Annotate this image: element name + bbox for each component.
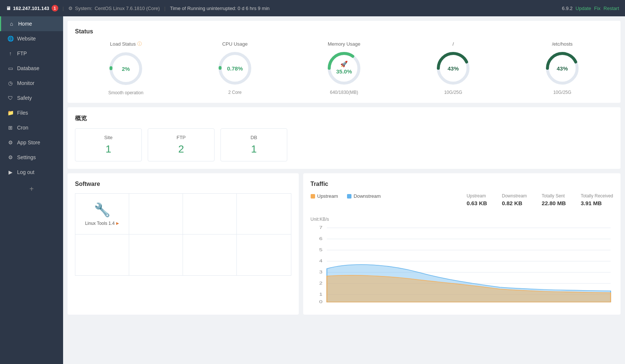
svg-text:7: 7 <box>319 225 323 230</box>
sidebar-item-label: Log out <box>17 169 35 175</box>
fix-button[interactable]: Fix <box>594 6 601 11</box>
overview-site-value: 1 <box>105 143 111 155</box>
info-icon[interactable]: ⓘ <box>137 41 142 47</box>
sidebar-item-label: App Store <box>17 140 40 145</box>
sidebar-item-website[interactable]: 🌐 Website <box>0 31 63 46</box>
gauge-cpu: CPU Usage 0.78% 2 Core <box>184 41 286 95</box>
logout-icon: ▶ <box>7 169 13 175</box>
downstream-stat: Downstream 0.82 KB <box>502 193 527 206</box>
gauge-disk-etc-circle: 43% <box>544 50 581 87</box>
cron-icon: ⊞ <box>7 125 13 131</box>
sidebar-item-database[interactable]: ▭ Database <box>0 61 63 76</box>
downstream-stat-value: 0.82 KB <box>502 200 527 206</box>
gear-icon: ⚙ <box>68 6 73 11</box>
sidebar-item-settings[interactable]: ⚙ Settings <box>0 150 63 165</box>
sidebar-item-cron[interactable]: ⊞ Cron <box>0 120 63 135</box>
software-item-linux-tools[interactable]: 🔧 Linux Tools 1.4 ▶ <box>75 194 129 235</box>
gauge-disk-root-sublabel: 10G/25G <box>444 90 462 95</box>
unit-label: Unit:KB/s <box>311 217 613 222</box>
appstore-icon: ⚙ <box>7 140 13 145</box>
svg-text:4: 4 <box>319 259 323 263</box>
overview-site-label: Site <box>104 135 112 140</box>
downstream-legend: Downstream <box>347 193 381 199</box>
gauge-disk-etc: /etc/hosts 43% 10G/25G <box>511 41 613 95</box>
traffic-title: Traffic <box>311 181 613 187</box>
gauge-load: Load Status ⓘ 2% Smooth operation <box>75 41 177 95</box>
svg-text:3: 3 <box>319 270 323 274</box>
gauge-load-circle: 2% <box>107 50 144 87</box>
gauge-load-label: Load Status ⓘ <box>110 41 141 47</box>
gauge-memory-label: Memory Usage <box>328 41 360 47</box>
totally-received-label: Totally Received <box>581 193 613 199</box>
add-button[interactable]: + <box>0 180 63 199</box>
gauge-disk-root: / 43% 10G/25G <box>402 41 504 95</box>
downstream-label: Downstream <box>354 193 381 199</box>
status-section: Status Load Status ⓘ 2% Smoo <box>68 21 621 103</box>
server-icon: 🖥 <box>6 6 11 11</box>
system-info: ⚙ System: CentOS Linux 7.6.1810 (Core) <box>68 6 160 11</box>
software-grid: 🔧 Linux Tools 1.4 ▶ <box>75 193 291 276</box>
software-item-empty-2 <box>183 194 237 235</box>
gauge-cpu-value: 0.78% <box>227 65 243 72</box>
sidebar-item-label: Safety <box>17 95 32 101</box>
gauge-memory-circle: 🚀 35.0% <box>325 50 363 87</box>
sidebar-item-label: Website <box>17 36 36 42</box>
svg-text:6: 6 <box>319 236 323 241</box>
database-icon: ▭ <box>7 65 13 71</box>
sidebar-item-label: Settings <box>17 154 36 160</box>
linux-tools-icon: 🔧 <box>94 202 111 218</box>
traffic-section: Traffic Upstream Downstream <box>303 173 621 315</box>
ftp-icon: ↑ <box>7 50 13 56</box>
overview-card-ftp[interactable]: FTP 2 <box>148 128 215 161</box>
overview-db-label: DB <box>251 135 257 140</box>
software-item-empty-7 <box>237 235 291 275</box>
downstream-dot <box>347 194 351 199</box>
update-button[interactable]: Update <box>576 6 591 11</box>
home-icon: ⌂ <box>9 21 14 27</box>
sidebar-item-files[interactable]: 📁 Files <box>0 105 63 120</box>
topbar-right: 6.9.2 Update Fix Restart <box>562 6 619 11</box>
gauges-row: Load Status ⓘ 2% Smooth operation CPU U <box>75 41 613 95</box>
upstream-label: Upstream <box>317 193 338 199</box>
upstream-legend: Upstream <box>311 193 338 199</box>
sidebar-item-safety[interactable]: 🛡 Safety <box>0 91 63 105</box>
notification-badge[interactable]: 1 <box>52 5 58 12</box>
overview-card-db[interactable]: DB 1 <box>220 128 287 161</box>
sidebar-item-ftp[interactable]: ↑ FTP <box>0 46 63 61</box>
overview-card-site[interactable]: Site 1 <box>75 128 142 161</box>
version-label: 6.9.2 <box>562 6 573 11</box>
restart-button[interactable]: Restart <box>603 6 619 11</box>
website-icon: 🌐 <box>7 36 13 42</box>
sidebar-item-appstore[interactable]: ⚙ App Store <box>0 135 63 150</box>
topbar-left: 🖥 162.247.101.143 1 | ⚙ System: CentOS L… <box>6 5 269 12</box>
gauge-memory-sublabel: 640/1830(MB) <box>330 90 358 95</box>
status-title: Status <box>75 28 613 35</box>
gauge-cpu-label: CPU Usage <box>222 41 248 47</box>
overview-ftp-label: FTP <box>177 135 186 140</box>
software-item-empty-4 <box>75 235 129 275</box>
overview-title: 概览 <box>75 115 613 122</box>
gauge-memory: Memory Usage 🚀 35.0% 640/1830(MB) <box>293 41 395 95</box>
gauge-disk-root-circle: 43% <box>435 50 472 87</box>
software-title: Software <box>75 181 291 187</box>
overview-ftp-value: 2 <box>178 143 184 155</box>
settings-icon: ⚙ <box>7 154 13 160</box>
svg-text:2: 2 <box>319 281 323 285</box>
totally-sent-value: 22.80 MB <box>542 200 566 206</box>
upstream-stat-label: Upstream <box>467 193 487 199</box>
sidebar-item-monitor[interactable]: ◷ Monitor <box>0 76 63 91</box>
topbar: 🖥 162.247.101.143 1 | ⚙ System: CentOS L… <box>0 0 625 16</box>
sidebar: ⌂ Home 🌐 Website ↑ FTP ▭ Database ◷ Moni… <box>0 16 63 364</box>
gauge-disk-root-value: 43% <box>448 65 459 72</box>
svg-text:0: 0 <box>319 299 323 304</box>
overview-section: 概览 Site 1 FTP 2 DB 1 <box>68 107 621 169</box>
sidebar-item-home[interactable]: ⌂ Home <box>0 16 63 31</box>
traffic-stats: Upstream 0.63 KB Downstream 0.82 KB Tota… <box>467 193 613 206</box>
upstream-dot <box>311 194 315 199</box>
software-item-empty-3 <box>237 194 291 235</box>
totally-received-stat: Totally Received 3.91 MB <box>581 193 613 206</box>
upstream-stat: Upstream 0.63 KB <box>467 193 487 206</box>
gauge-disk-etc-label: /etc/hosts <box>552 41 573 47</box>
sidebar-item-logout[interactable]: ▶ Log out <box>0 165 63 180</box>
sidebar-item-label: Home <box>18 21 32 27</box>
